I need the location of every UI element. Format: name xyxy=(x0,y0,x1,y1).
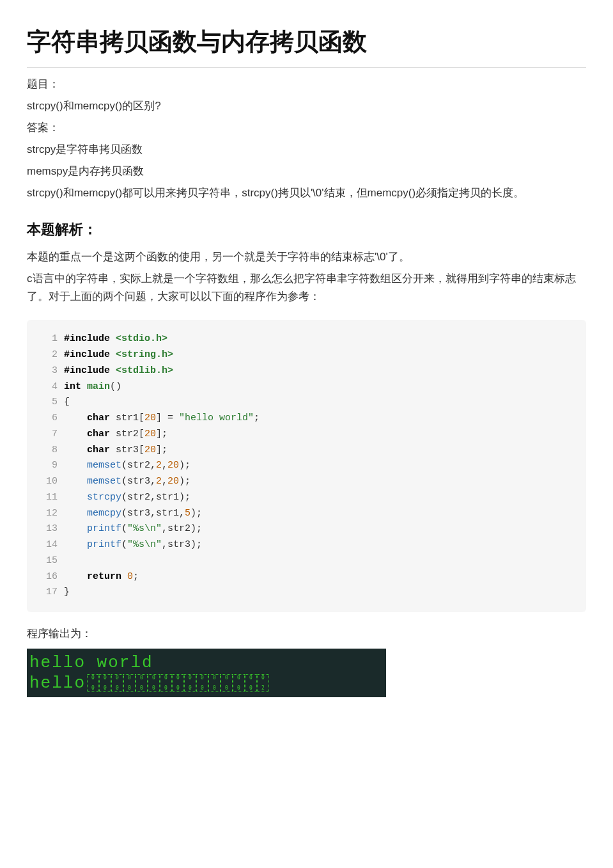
section-heading: 本题解析： xyxy=(27,220,586,239)
code-line: 15 xyxy=(41,553,572,569)
garbage-char: 02 xyxy=(257,674,269,692)
page-title: 字符串拷贝函数与内存拷贝函数 xyxy=(27,26,586,68)
code-line: 10 memset(str3,2,20); xyxy=(41,474,572,490)
code-line: 8 char str3[20]; xyxy=(41,443,572,459)
code-line: 5{ xyxy=(41,395,572,411)
garbage-char: 00 xyxy=(196,674,208,692)
code-block: 1#include <stdio.h> 2#include <string.h>… xyxy=(27,320,586,612)
analysis-p1: 本题的重点一个是这两个函数的使用，另一个就是关于字符串的结束标志'\0'了。 xyxy=(27,248,586,266)
code-line: 2#include <string.h> xyxy=(41,347,572,363)
terminal-output: hello world hello 0000000000000000000000… xyxy=(27,649,386,697)
code-line: 9 memset(str2,2,20); xyxy=(41,458,572,474)
analysis-p2: c语言中的字符串，实际上就是一个字符数组，那么怎么把字符串聿字符数组区分开来，就… xyxy=(27,270,586,306)
garbage-char: 00 xyxy=(208,674,221,692)
garbage-char: 00 xyxy=(99,674,111,692)
garbage-char: 00 xyxy=(123,674,136,692)
code-line: 11 strcpy(str2,str1); xyxy=(41,490,572,506)
code-line: 13 printf("%s\n",str2); xyxy=(41,521,572,537)
question-block: 题目： strcpy()和memcpy()的区别? 答案： strcpy是字符串… xyxy=(27,75,586,202)
code-line: 6 char str1[20] = "hello world"; xyxy=(41,411,572,427)
code-line: 4int main() xyxy=(41,379,572,395)
garbage-char: 00 xyxy=(148,674,160,692)
answer-line-2: memspy是内存拷贝函数 xyxy=(27,162,586,180)
garbage-char: 00 xyxy=(221,674,233,692)
analysis-block: 本题的重点一个是这两个函数的使用，另一个就是关于字符串的结束标志'\0'了。 c… xyxy=(27,248,586,306)
label-answer: 答案： xyxy=(27,119,586,137)
code-line: 3#include <stdlib.h> xyxy=(41,363,572,379)
code-line: 7 char str2[20]; xyxy=(41,427,572,443)
label-question: 题目： xyxy=(27,75,586,93)
answer-line-3: strcpy()和memcpy()都可以用来拷贝字符串，strcpy()拷贝以'… xyxy=(27,184,586,202)
garbage-char: 00 xyxy=(184,674,196,692)
terminal-line-1: hello world xyxy=(29,652,384,673)
garbage-char: 00 xyxy=(233,674,245,692)
garbage-char: 00 xyxy=(111,674,123,692)
code-line: 1#include <stdio.h> xyxy=(41,331,572,347)
garbage-chars: 000000000000000000000000000002 xyxy=(87,674,269,692)
code-line: 14 printf("%s\n",str3); xyxy=(41,537,572,553)
code-line: 17} xyxy=(41,585,572,601)
garbage-char: 00 xyxy=(136,674,148,692)
terminal-line-2: hello 000000000000000000000000000002 xyxy=(29,673,384,693)
garbage-char: 00 xyxy=(245,674,257,692)
code-line: 12 memcpy(str3,str1,5); xyxy=(41,506,572,522)
question-text: strcpy()和memcpy()的区别? xyxy=(27,97,586,115)
code-line: 16 return 0; xyxy=(41,569,572,585)
garbage-char: 00 xyxy=(172,674,184,692)
garbage-char: 00 xyxy=(87,674,99,692)
garbage-char: 00 xyxy=(160,674,172,692)
output-label: 程序输出为： xyxy=(27,626,586,641)
answer-line-1: strcpy是字符串拷贝函数 xyxy=(27,141,586,159)
